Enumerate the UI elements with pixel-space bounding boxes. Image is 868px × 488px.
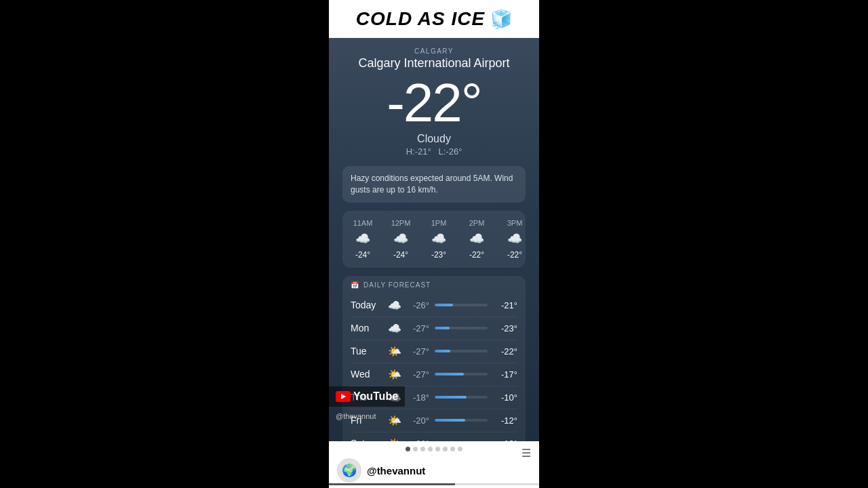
youtube-overlay: YouTube <box>329 386 405 407</box>
calendar-icon: 📅 <box>351 281 359 289</box>
hourly-time: 3PM <box>507 219 523 227</box>
pagination-dot[interactable] <box>443 447 448 451</box>
day-name: Mon <box>351 323 386 333</box>
youtube-text: YouTube <box>353 390 398 403</box>
youtube-handle: @thevannut <box>336 412 376 420</box>
daily-rows: Today ☁️ -26° -21° Mon ☁️ -27° -23° Tue … <box>351 294 517 455</box>
youtube-play-icon <box>336 391 351 402</box>
pagination-dot[interactable] <box>420 447 425 451</box>
day-high: -23° <box>493 323 517 333</box>
pagination-dot[interactable] <box>413 447 418 451</box>
hourly-time: 12PM <box>391 219 411 227</box>
hourly-item: 11AM ☁️ -24° <box>345 216 380 262</box>
title-bar: COLD AS ICE 🧊 <box>329 0 539 38</box>
daily-header: 📅 DAILY FORECAST <box>351 281 517 289</box>
title-text: COLD AS ICE <box>356 8 485 30</box>
hourly-item: 1PM ☁️ -23° <box>421 216 456 262</box>
day-high: -12° <box>493 415 517 426</box>
temp-bar <box>435 373 488 375</box>
hourly-time: 2PM <box>469 219 485 227</box>
youtube-logo: YouTube <box>336 390 398 403</box>
temp-bar-fill <box>435 327 450 329</box>
daily-row: Tue 🌤️ -27° -22° <box>351 340 517 363</box>
day-icon: 🌤️ <box>386 414 403 427</box>
day-name: Wed <box>351 369 386 380</box>
day-high: -17° <box>493 369 517 380</box>
hourly-temp: -22° <box>469 250 484 260</box>
hourly-item: 12PM ☁️ -24° <box>383 216 418 262</box>
hourly-temp: -24° <box>355 250 370 260</box>
temp-bar-fill <box>435 350 450 352</box>
day-high: -10° <box>493 392 517 403</box>
hourly-time: 1PM <box>431 219 447 227</box>
day-low: -26° <box>403 300 429 310</box>
day-low: -20° <box>403 415 429 426</box>
day-icon: ☁️ <box>386 322 403 335</box>
hourly-forecast: 11AM ☁️ -24° 12PM ☁️ -24° 1PM ☁️ -23° 2P… <box>342 211 526 268</box>
menu-icon: ☰ <box>521 447 531 460</box>
high-temp: H:-21° <box>406 146 431 157</box>
hourly-icon: ☁️ <box>393 231 408 246</box>
hourly-item: 2PM ☁️ -22° <box>459 216 494 262</box>
pagination-dot[interactable] <box>435 447 440 451</box>
ice-emoji: 🧊 <box>490 9 512 30</box>
day-name: Tue <box>351 346 386 357</box>
pagination-dot[interactable] <box>458 447 462 451</box>
dots-row <box>337 447 531 451</box>
bottom-username: @thevannut <box>367 465 425 476</box>
daily-forecast: 📅 DAILY FORECAST Today ☁️ -26° -21° Mon … <box>342 276 526 460</box>
hourly-icon: ☁️ <box>431 231 446 246</box>
hourly-icon: ☁️ <box>355 231 370 246</box>
temp-bar <box>435 350 488 352</box>
low-temp: L:-26° <box>439 146 462 157</box>
location-name: Calgary International Airport <box>340 56 528 70</box>
location-label: CALGARY <box>340 47 528 55</box>
bottom-icon-row: 🌍 @thevannut <box>337 457 531 484</box>
daily-row: Today ☁️ -26° -21° <box>351 294 517 317</box>
pagination-dot[interactable] <box>450 447 455 451</box>
day-low: -18° <box>403 392 429 403</box>
hourly-item: 3PM ☁️ -22° <box>497 216 523 262</box>
day-low: -27° <box>403 323 429 333</box>
day-high: -21° <box>493 300 517 310</box>
progress-fill <box>329 483 455 485</box>
screen-container: COLD AS ICE 🧊 CALGARY Calgary Internatio… <box>329 0 539 488</box>
hourly-icon: ☁️ <box>507 231 522 246</box>
condition-text: Cloudy <box>340 133 528 145</box>
temp-bar <box>435 327 488 329</box>
pagination-dot[interactable] <box>406 447 410 451</box>
day-icon: 🌤️ <box>386 368 403 381</box>
hourly-temp: -22° <box>507 250 522 260</box>
day-icon: 🌤️ <box>386 345 403 358</box>
day-low: -27° <box>403 346 429 357</box>
day-name: Today <box>351 300 386 310</box>
bottom-bar: ☰ 🌍 @thevannut <box>329 441 539 488</box>
daily-row: Mon ☁️ -27° -23° <box>351 317 517 340</box>
temp-bar <box>435 396 488 399</box>
temp-bar <box>435 304 488 306</box>
hi-lo: H:-21° L:-26° <box>340 146 528 157</box>
avatar: 🌍 <box>337 458 361 483</box>
daily-row: Wed 🌤️ -27° -17° <box>351 363 517 386</box>
hourly-icon: ☁️ <box>469 231 484 246</box>
temp-bar-fill <box>435 373 464 375</box>
hazy-notice: Hazy conditions expected around 5AM. Win… <box>342 166 526 203</box>
hourly-scroll: 11AM ☁️ -24° 12PM ☁️ -24° 1PM ☁️ -23° 2P… <box>345 216 523 262</box>
progress-bar <box>329 483 539 485</box>
day-low: -27° <box>403 369 429 380</box>
temp-bar <box>435 419 488 422</box>
hourly-temp: -24° <box>393 250 408 260</box>
hourly-temp: -23° <box>431 250 446 260</box>
temp-bar-fill <box>435 396 467 399</box>
daily-header-text: DAILY FORECAST <box>363 281 431 289</box>
play-triangle <box>341 394 346 399</box>
temp-bar-fill <box>435 419 465 422</box>
pagination-dot[interactable] <box>428 447 433 451</box>
temperature-display: -22° <box>340 76 528 130</box>
hourly-time: 11AM <box>353 219 373 227</box>
temp-bar-fill <box>435 304 453 306</box>
day-icon: ☁️ <box>386 299 403 312</box>
day-high: -22° <box>493 346 517 357</box>
